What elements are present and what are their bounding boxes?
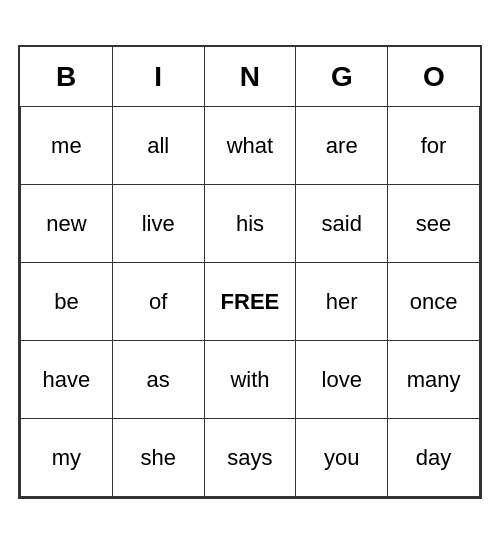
table-row: haveaswithlovemany [21,341,480,419]
cell-r4-c0: my [21,419,113,497]
cell-r0-c3: are [296,107,388,185]
table-row: myshesaysyouday [21,419,480,497]
col-n: N [204,47,296,107]
col-i: I [112,47,204,107]
cell-r4-c4: day [388,419,480,497]
col-g: G [296,47,388,107]
cell-r3-c1: as [112,341,204,419]
cell-r2-c4: once [388,263,480,341]
cell-r2-c3: her [296,263,388,341]
cell-r4-c2: says [204,419,296,497]
cell-r0-c2: what [204,107,296,185]
cell-r2-c0: be [21,263,113,341]
cell-r3-c0: have [21,341,113,419]
cell-r1-c0: new [21,185,113,263]
bingo-header: B I N G O [21,47,480,107]
table-row: meallwhatarefor [21,107,480,185]
cell-r1-c1: live [112,185,204,263]
cell-r0-c1: all [112,107,204,185]
cell-r2-c2: FREE [204,263,296,341]
bingo-body: meallwhatarefornewlivehissaidseebeofFREE… [21,107,480,497]
table-row: beofFREEheronce [21,263,480,341]
col-b: B [21,47,113,107]
header-row: B I N G O [21,47,480,107]
cell-r0-c0: me [21,107,113,185]
cell-r3-c2: with [204,341,296,419]
cell-r2-c1: of [112,263,204,341]
table-row: newlivehissaidsee [21,185,480,263]
cell-r1-c3: said [296,185,388,263]
cell-r0-c4: for [388,107,480,185]
cell-r4-c1: she [112,419,204,497]
col-o: O [388,47,480,107]
bingo-card: B I N G O meallwhatarefornewlivehissaids… [18,45,482,500]
cell-r4-c3: you [296,419,388,497]
cell-r1-c4: see [388,185,480,263]
bingo-table: B I N G O meallwhatarefornewlivehissaids… [20,47,480,498]
cell-r1-c2: his [204,185,296,263]
cell-r3-c3: love [296,341,388,419]
cell-r3-c4: many [388,341,480,419]
